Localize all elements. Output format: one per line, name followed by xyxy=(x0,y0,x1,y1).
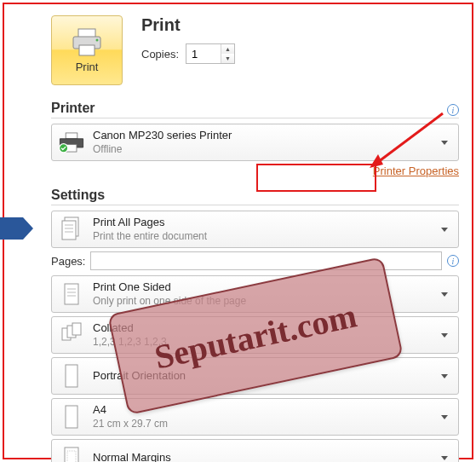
chevron-down-icon xyxy=(441,228,448,232)
svg-rect-3 xyxy=(79,45,95,55)
printer-properties-link[interactable]: Printer Properties xyxy=(373,165,459,177)
svg-rect-4 xyxy=(66,133,77,139)
settings-section-title: Settings xyxy=(51,188,105,203)
printer-name: Canon MP230 series Printer xyxy=(93,129,429,142)
margins-dropdown[interactable]: Normal Margins xyxy=(51,439,459,462)
info-icon[interactable]: i xyxy=(447,255,459,267)
print-button[interactable]: Print xyxy=(51,15,123,85)
print-title: Print xyxy=(141,15,235,35)
copies-spinner[interactable]: ▲ ▼ xyxy=(186,43,235,64)
print-backstage: Print Print Copies: ▲ ▼ Printer i xyxy=(51,15,459,462)
printer-status: Offline xyxy=(93,143,429,156)
portrait-icon xyxy=(60,362,83,390)
chevron-down-icon xyxy=(441,292,448,297)
file-tab-marker xyxy=(0,217,23,240)
copies-down[interactable]: ▼ xyxy=(221,54,234,63)
copies-label: Copies: xyxy=(141,48,179,61)
print-button-label: Print xyxy=(76,61,99,73)
chevron-down-icon xyxy=(441,456,448,460)
print-range-dropdown[interactable]: Print All Pages Print the entire documen… xyxy=(51,211,459,248)
copies-input[interactable] xyxy=(186,44,221,63)
svg-rect-19 xyxy=(66,365,77,387)
svg-rect-8 xyxy=(62,221,76,240)
paper-icon xyxy=(60,403,83,430)
svg-rect-18 xyxy=(72,323,81,335)
chevron-down-icon xyxy=(441,141,448,145)
pages-label: Pages: xyxy=(51,255,85,268)
pages-icon xyxy=(60,216,83,243)
collation-dropdown[interactable]: Collated 1,2,3 1,2,3 1,2,3 xyxy=(51,316,459,354)
sides-dropdown[interactable]: Print One Sided Only print on one side o… xyxy=(51,275,459,313)
chevron-down-icon xyxy=(441,374,448,378)
copies-up[interactable]: ▲ xyxy=(221,44,234,54)
printer-device-icon xyxy=(57,131,86,153)
printer-icon xyxy=(70,28,104,57)
collated-icon xyxy=(60,321,83,349)
pages-input[interactable] xyxy=(90,251,442,270)
svg-rect-21 xyxy=(65,448,78,462)
chevron-down-icon xyxy=(441,415,448,419)
printer-dropdown[interactable]: Canon MP230 series Printer Offline xyxy=(51,124,459,161)
chevron-down-icon xyxy=(441,333,448,338)
one-sided-icon xyxy=(60,280,83,308)
margins-icon xyxy=(60,444,83,462)
orientation-dropdown[interactable]: Portrait Orientation xyxy=(51,357,459,395)
svg-rect-12 xyxy=(65,284,78,304)
paper-size-dropdown[interactable]: A4 21 cm x 29.7 cm xyxy=(51,398,459,436)
svg-point-2 xyxy=(96,38,99,41)
info-icon[interactable]: i xyxy=(447,104,459,116)
printer-section-title: Printer xyxy=(51,101,95,116)
svg-rect-20 xyxy=(66,406,77,428)
